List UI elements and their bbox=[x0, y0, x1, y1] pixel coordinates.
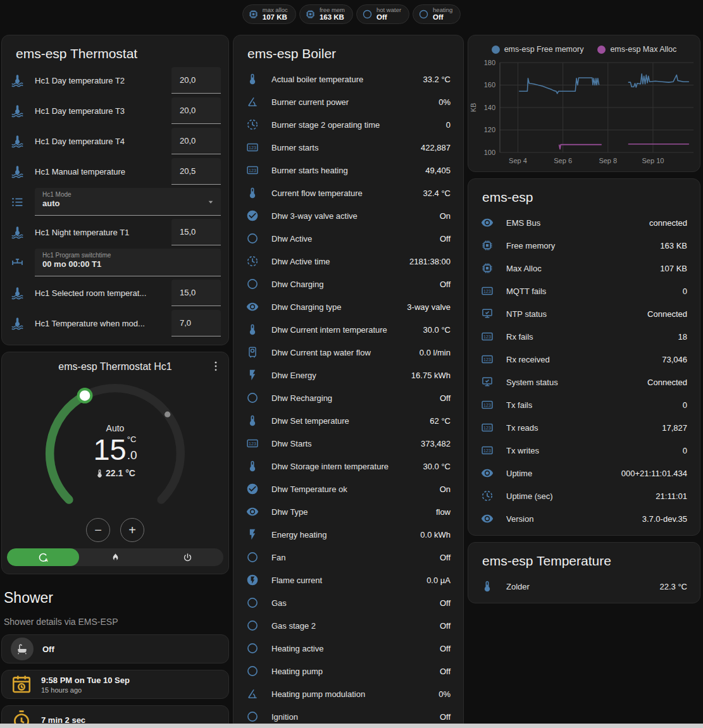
status-badge[interactable]: hot water Off bbox=[356, 4, 409, 24]
entity-row[interactable]: Tx writes 0 bbox=[468, 439, 700, 462]
entity-row[interactable]: Burner starts heating 49,405 bbox=[233, 159, 463, 182]
entity-row[interactable]: EMS Bus connected bbox=[468, 211, 700, 234]
entity-row[interactable]: Actual boiler temperature 33.2 °C bbox=[233, 68, 463, 90]
entity-row[interactable]: Dhw Energy 16.75 kWh bbox=[233, 364, 463, 386]
entity-row[interactable]: Burner starts 422,887 bbox=[233, 136, 463, 159]
entity-row[interactable]: Energy heating 0.0 kWh bbox=[233, 523, 463, 546]
eye-icon bbox=[246, 300, 259, 313]
entity-name: Rx received bbox=[506, 355, 662, 364]
chip-icon bbox=[248, 9, 259, 20]
legend-item[interactable]: ems-esp Max Alloc bbox=[597, 45, 676, 54]
progress-clock-icon bbox=[246, 255, 259, 268]
temp-decrease-button[interactable]: − bbox=[86, 518, 110, 542]
entity-value: 0 bbox=[683, 446, 687, 455]
status-badge[interactable]: free mem 163 KB bbox=[299, 4, 353, 24]
entity-row[interactable]: Dhw Type flow bbox=[233, 500, 463, 523]
mode-select[interactable]: Hc1 Mode auto bbox=[35, 188, 221, 216]
more-menu-icon[interactable] bbox=[209, 360, 222, 373]
entity-row[interactable]: Version 3.7.0-dev.35 bbox=[468, 507, 700, 530]
entity-row[interactable]: Rx received 73,046 bbox=[468, 348, 700, 371]
entity-row[interactable]: Burner current power 0% bbox=[233, 90, 463, 113]
entity-value: 3-way valve bbox=[407, 302, 451, 312]
entity-row[interactable]: Heating pump modulation 0% bbox=[233, 682, 463, 705]
number-input[interactable]: 7,0 bbox=[171, 310, 221, 336]
text-row: Hc1 Program switchtime 00 mo 00:00 T1 bbox=[11, 249, 221, 276]
boiler-card: ems-esp Boiler Actual boiler temperature… bbox=[233, 35, 464, 728]
mode-heat-button[interactable] bbox=[79, 548, 151, 566]
entity-row[interactable]: Dhw Current intern temperature 30.0 °C bbox=[233, 318, 463, 341]
entity-row[interactable]: Fan Off bbox=[233, 546, 463, 569]
entity-row[interactable]: Dhw Charging type 3-way valve bbox=[233, 295, 463, 318]
entity-row[interactable]: NTP status Connected bbox=[468, 302, 700, 325]
entity-row[interactable]: Dhw Active time 2181:38:00 bbox=[233, 250, 463, 273]
temp-increase-button[interactable]: + bbox=[120, 518, 144, 542]
entity-name: Heating active bbox=[271, 644, 440, 653]
counter-icon bbox=[246, 164, 259, 176]
entity-name: Burner current power bbox=[271, 97, 439, 107]
target-temperature: 15 °C.0 bbox=[2, 435, 228, 464]
bathtub-icon bbox=[16, 643, 28, 655]
entity-name: Dhw Temperature ok bbox=[271, 484, 440, 494]
network-icon bbox=[481, 376, 494, 388]
entity-name: Current flow temperature bbox=[271, 188, 423, 198]
entity-name: Uptime bbox=[506, 469, 621, 478]
entity-row[interactable]: Heating pump Off bbox=[233, 660, 463, 682]
number-input[interactable]: 20,0 bbox=[171, 128, 221, 154]
entity-row[interactable]: Tx fails 0 bbox=[468, 393, 700, 416]
entity-row[interactable]: Burner stage 2 operating time 0 bbox=[233, 113, 463, 136]
mode-auto-button[interactable] bbox=[7, 548, 79, 566]
entity-row[interactable]: Heating active Off bbox=[233, 637, 463, 660]
entity-row[interactable]: Tx reads 17,827 bbox=[468, 416, 700, 439]
entity-row[interactable]: Dhw Starts 373,482 bbox=[233, 432, 463, 455]
number-input[interactable]: 15,0 bbox=[171, 219, 221, 245]
entity-row[interactable]: Uptime (sec) 21:11:01 bbox=[468, 484, 700, 507]
entity-row[interactable]: Dhw Active Off bbox=[233, 227, 463, 250]
entity-row[interactable]: Free memory 163 KB bbox=[468, 234, 700, 257]
entity-row[interactable]: Uptime 000+21:11:01.434 bbox=[468, 462, 700, 484]
number-input[interactable]: 20,5 bbox=[171, 158, 221, 185]
number-row: Hc1 Day temperature T3 20,0 bbox=[11, 97, 221, 125]
mode-off-button[interactable] bbox=[151, 548, 223, 566]
entity-row[interactable]: Max Alloc 107 KB bbox=[468, 257, 700, 280]
entity-value: On bbox=[440, 484, 451, 494]
thermostat-card: ems-esp Thermostat Hc1 Day temperature T… bbox=[1, 35, 229, 345]
entity-name: Dhw Set temperature bbox=[271, 416, 430, 426]
legend-label: ems-esp Max Alloc bbox=[610, 45, 676, 54]
entity-row[interactable]: Gas stage 2 Off bbox=[233, 614, 463, 637]
badge-label: max alloc bbox=[263, 7, 288, 13]
status-badge[interactable]: heating Off bbox=[413, 4, 461, 24]
legend-item[interactable]: ems-esp Free memory bbox=[492, 45, 584, 54]
entity-row[interactable]: Dhw Current tap water flow 0.0 l/min bbox=[233, 341, 463, 364]
dashboard: ems-esp Thermostat Hc1 Day temperature T… bbox=[1, 35, 700, 728]
entity-row[interactable]: Current flow temperature 32.4 °C bbox=[233, 182, 463, 204]
entity-row[interactable]: Dhw 3-way valve active On bbox=[233, 204, 463, 227]
switchtime-input[interactable]: Hc1 Program switchtime 00 mo 00:00 T1 bbox=[35, 249, 221, 276]
entity-row[interactable]: Dhw Charging Off bbox=[233, 273, 463, 295]
entity-row[interactable]: Dhw Set temperature 62 °C bbox=[233, 409, 463, 432]
memory-line-chart[interactable]: 100120140160180Sep 4Sep 6Sep 8Sep 10KB bbox=[468, 57, 700, 170]
circle-outline-icon bbox=[246, 278, 259, 290]
entity-name: Dhw 3-way valve active bbox=[271, 211, 440, 221]
entity-value: 30.0 °C bbox=[423, 325, 451, 335]
shower-last-card[interactable]: 9:58 PM on Tue 10 Sep 15 hours ago bbox=[1, 670, 229, 699]
entity-row[interactable]: Flame current 0.0 µA bbox=[233, 569, 463, 591]
entity-row[interactable]: Dhw Temperature ok On bbox=[233, 478, 463, 500]
thermostat-dial[interactable]: Auto 15 °C.0 22.1 °C − + bbox=[2, 374, 228, 543]
entity-row[interactable]: Zolder 22.3 °C bbox=[468, 575, 700, 598]
number-input[interactable]: 20,0 bbox=[171, 97, 221, 124]
entity-row[interactable]: Gas Off bbox=[233, 591, 463, 614]
number-input[interactable]: 20,0 bbox=[171, 67, 221, 94]
entity-value: 373,482 bbox=[421, 439, 451, 448]
entity-row[interactable]: Dhw Storage intern temperature 30.0 °C bbox=[233, 455, 463, 478]
entity-row[interactable]: System status Connected bbox=[468, 371, 700, 393]
number-input[interactable]: 15,0 bbox=[171, 280, 221, 306]
shower-last-time: 9:58 PM on Tue 10 Sep bbox=[41, 676, 130, 685]
entity-row[interactable]: MQTT fails 0 bbox=[468, 280, 700, 302]
status-badge[interactable]: max alloc 107 KB bbox=[242, 4, 296, 24]
circle-outline-icon bbox=[246, 232, 259, 245]
entity-value: Off bbox=[440, 598, 451, 608]
entity-row[interactable]: Rx fails 18 bbox=[468, 325, 700, 348]
entity-row[interactable]: Dhw Recharging Off bbox=[233, 386, 463, 409]
shower-state-card[interactable]: Off bbox=[1, 634, 229, 663]
entity-value: 0 bbox=[683, 400, 687, 410]
